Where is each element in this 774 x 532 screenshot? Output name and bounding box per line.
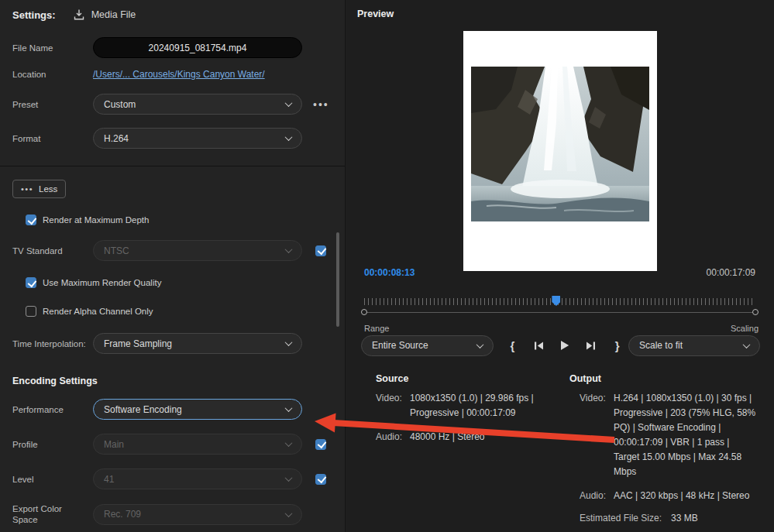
time-interpolation-label: Time Interpolation: — [12, 338, 93, 349]
format-value: H.264 — [104, 133, 129, 144]
range-value: Entire Source — [372, 340, 428, 351]
level-enable-checkbox[interactable] — [315, 474, 326, 485]
location-link[interactable]: /Users/... Carousels/Kings Canyon Water/ — [93, 69, 265, 80]
format-label: Format — [12, 133, 93, 144]
step-back-button[interactable] — [528, 335, 550, 355]
chevron-down-icon — [476, 341, 484, 348]
tv-standard-enable-checkbox[interactable] — [315, 245, 326, 256]
time-interpolation-row: Time Interpolation: Frame Sampling — [0, 333, 345, 354]
chevron-down-icon — [285, 99, 293, 107]
output-video-row: Video: H.264 | 1080x1350 (1.0) | 30 fps … — [569, 391, 772, 479]
level-value: 41 — [104, 474, 114, 485]
chevron-down-icon — [285, 245, 293, 253]
source-audio-label: Audio: — [376, 430, 410, 444]
time-interpolation-value: Frame Sampling — [104, 338, 172, 349]
file-name-input[interactable]: 20240915_081754.mp4 — [93, 37, 302, 58]
scaling-dropdown[interactable]: Scale to fit — [628, 335, 760, 356]
source-video-label: Video: — [376, 391, 410, 420]
output-audio-value: AAC | 320 kbps | 48 kHz | Stereo — [614, 489, 749, 503]
range-track — [364, 312, 755, 313]
less-button-label: Less — [39, 184, 57, 194]
source-column: Source Video: 1080x1350 (1.0) | 29.986 f… — [376, 373, 566, 444]
export-color-space-dropdown: Rec. 709 — [93, 504, 302, 525]
media-file-icon — [73, 9, 85, 21]
performance-row: Performance Software Encoding — [0, 399, 345, 420]
transport-controls: Entire Source { } Scale to fit — [361, 335, 760, 356]
output-column: Output Video: H.264 | 1080x1350 (1.0) | … — [569, 373, 772, 526]
scaling-value: Scale to fit — [639, 340, 683, 351]
waterfall-image — [471, 67, 649, 221]
duration-timecode: 00:00:17:09 — [707, 267, 755, 278]
use-max-quality-label: Use Maximum Render Quality — [43, 278, 161, 287]
format-dropdown[interactable]: H.264 — [93, 128, 302, 149]
range-caption: Range — [364, 324, 389, 333]
preview-panel: Preview — [357, 0, 774, 532]
mark-out-icon: } — [615, 339, 620, 352]
level-label: Level — [12, 474, 93, 485]
source-video-value: 1080x1350 (1.0) | 29.986 fps | Progressi… — [410, 391, 548, 420]
time-interpolation-dropdown[interactable]: Frame Sampling — [93, 333, 302, 354]
estimated-file-size-value: 33 MB — [671, 511, 698, 526]
profile-row: Profile Main — [0, 434, 345, 455]
output-audio-label: Audio: — [580, 489, 614, 503]
export-dialog: Settings: Media File File Name 20240915_… — [0, 0, 774, 532]
timeline-ruler[interactable] — [364, 298, 755, 305]
profile-label: Profile — [12, 439, 93, 450]
chevron-down-icon — [285, 474, 293, 482]
range-dropdown[interactable]: Entire Source — [361, 335, 494, 356]
profile-value: Main — [104, 439, 124, 450]
output-video-value: H.264 | 1080x1350 (1.0) | 30 fps | Progr… — [614, 391, 756, 479]
mark-in-icon: { — [510, 339, 514, 352]
section-divider — [0, 166, 345, 166]
location-row: Location /Users/... Carousels/Kings Cany… — [0, 69, 345, 80]
settings-scrollbar[interactable] — [336, 232, 339, 327]
profile-dropdown: Main — [93, 434, 302, 455]
video-preview-frame — [463, 31, 657, 271]
preset-more-button[interactable]: ••• — [313, 98, 329, 111]
export-settings-panel: Settings: Media File File Name 20240915_… — [0, 0, 346, 532]
tv-standard-dropdown: NTSC — [93, 240, 302, 261]
preset-row: Preset Custom ••• — [0, 94, 345, 115]
source-audio-row: Audio: 48000 Hz | Stereo — [376, 430, 566, 444]
location-label: Location — [12, 69, 93, 80]
profile-enable-checkbox[interactable] — [315, 439, 326, 450]
step-back-icon — [533, 341, 545, 351]
preset-dropdown[interactable]: Custom — [93, 94, 302, 115]
source-video-row: Video: 1080x1350 (1.0) | 29.986 fps | Pr… — [376, 391, 566, 420]
chevron-down-icon — [285, 510, 293, 517]
ellipsis-icon: ••• — [21, 184, 33, 194]
render-max-depth-checkbox[interactable] — [26, 215, 36, 225]
range-start-handle[interactable] — [361, 309, 367, 315]
chevron-down-icon — [285, 133, 293, 141]
export-color-space-row: Export Color Space Rec. 709 — [0, 503, 345, 525]
play-icon — [560, 340, 569, 351]
file-name-label: File Name — [12, 43, 93, 53]
current-timecode: 00:00:08:13 — [364, 267, 415, 278]
estimated-file-size-label: Estimated File Size: — [580, 511, 662, 526]
playhead-marker[interactable] — [552, 296, 560, 306]
timecode-row: 00:00:08:13 00:00:17:09 — [364, 267, 755, 278]
less-button[interactable]: ••• Less — [12, 180, 66, 198]
step-forward-button[interactable] — [580, 335, 602, 355]
render-alpha-row: Render Alpha Channel Only — [0, 306, 345, 317]
encoding-settings-header: Encoding Settings — [12, 376, 345, 386]
settings-header: Settings: Media File — [0, 0, 345, 21]
mark-in-button[interactable]: { — [501, 335, 524, 355]
performance-dropdown[interactable]: Software Encoding — [93, 399, 302, 420]
mark-out-button[interactable]: } — [606, 335, 628, 355]
settings-title: Settings: — [12, 9, 56, 21]
use-max-quality-row: Use Maximum Render Quality — [0, 277, 345, 288]
preset-label: Preset — [12, 99, 93, 110]
chevron-down-icon — [285, 338, 293, 346]
render-max-depth-label: Render at Maximum Depth — [43, 215, 149, 225]
use-max-quality-checkbox[interactable] — [26, 277, 36, 288]
render-alpha-checkbox[interactable] — [26, 306, 36, 317]
step-forward-icon — [585, 341, 597, 351]
level-row: Level 41 — [0, 469, 345, 489]
play-button[interactable] — [554, 335, 576, 355]
level-dropdown: 41 — [93, 469, 302, 489]
estimated-file-size-row: Estimated File Size: 33 MB — [569, 511, 772, 526]
output-video-label: Video: — [580, 391, 614, 479]
range-end-handle[interactable] — [752, 309, 759, 315]
export-color-space-value: Rec. 709 — [104, 509, 141, 520]
